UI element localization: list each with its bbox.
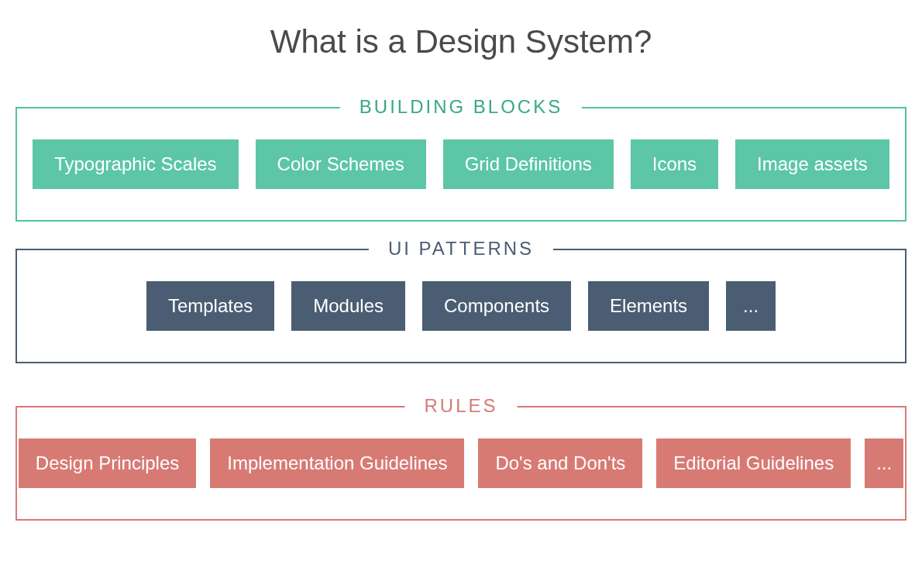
building-block-item: Icons [631, 139, 718, 189]
ui-pattern-item: Templates [146, 281, 274, 331]
building-block-item: Color Schemes [256, 139, 426, 189]
rule-item: Do's and Don'ts [478, 438, 642, 488]
building-blocks-label: BUILDING BLOCKS [340, 96, 582, 118]
ui-patterns-label: UI PATTERNS [369, 238, 553, 260]
ui-patterns-section: UI PATTERNS Templates Modules Components… [15, 249, 907, 363]
ui-patterns-items: Templates Modules Components Elements ..… [40, 281, 882, 331]
ui-pattern-item-more: ... [726, 281, 776, 331]
diagram-title: What is a Design System? [15, 23, 907, 60]
ui-pattern-item: Elements [588, 281, 709, 331]
rule-item-more: ... [865, 438, 903, 488]
rules-section: RULES Design Principles Implementation G… [15, 406, 907, 521]
rule-item: Implementation Guidelines [210, 438, 464, 488]
rule-item: Editorial Guidelines [656, 438, 851, 488]
rules-label: RULES [404, 395, 517, 417]
rules-items: Design Principles Implementation Guideli… [40, 438, 882, 488]
rule-item: Design Principles [19, 438, 196, 488]
ui-pattern-item: Modules [291, 281, 405, 331]
ui-pattern-item: Components [422, 281, 571, 331]
building-block-item: Image assets [735, 139, 889, 189]
building-block-item: Grid Definitions [443, 139, 614, 189]
building-blocks-items: Typographic Scales Color Schemes Grid De… [40, 139, 882, 189]
building-blocks-section: BUILDING BLOCKS Typographic Scales Color… [15, 107, 907, 222]
building-block-item: Typographic Scales [33, 139, 238, 189]
